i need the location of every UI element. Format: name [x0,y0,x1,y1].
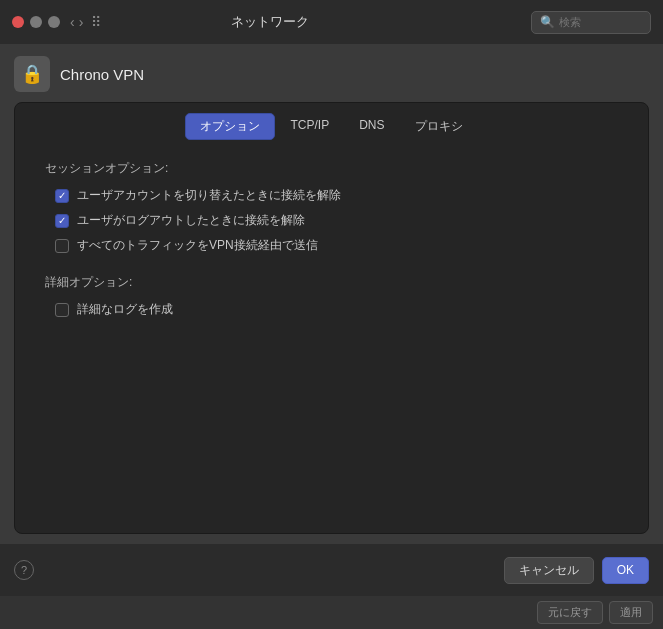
checkbox-row-0: ユーザアカウントを切り替えたときに接続を解除 [55,187,618,204]
search-icon: 🔍 [540,15,555,29]
session-options-group: セッションオプション: ユーザアカウントを切り替えたときに接続を解除 ユーザがロ… [45,160,618,254]
checkbox-row-1: ユーザがログアウトしたときに接続を解除 [55,212,618,229]
search-bar[interactable]: 🔍 検索 [531,11,651,34]
titlebar: ‹ › ⠿ ネットワーク 🔍 検索 [0,0,663,44]
checkbox-disconnect-on-switch[interactable] [55,189,69,203]
checkbox-label-1: ユーザがログアウトしたときに接続を解除 [77,212,305,229]
bottom-bar: ? キャンセル OK [0,544,663,596]
checkbox-verbose-log[interactable] [55,303,69,317]
checkbox-row-3: 詳細なログを作成 [55,301,618,318]
main-area: 🔒 Chrono VPN オプション TCP/IP DNS プロキシ セッション… [0,44,663,544]
checkbox-label-2: すべてのトラフィックをVPN接続経由で送信 [77,237,318,254]
tab-tcpip[interactable]: TCP/IP [275,113,344,140]
checkbox-send-all-traffic[interactable] [55,239,69,253]
help-button[interactable]: ? [14,560,34,580]
tab-proxy[interactable]: プロキシ [400,113,478,140]
session-options-label: セッションオプション: [45,160,618,177]
checkbox-label-0: ユーザアカウントを切り替えたときに接続を解除 [77,187,341,204]
ok-button[interactable]: OK [602,557,649,584]
tab-dns[interactable]: DNS [344,113,399,140]
checkbox-row-2: すべてのトラフィックをVPN接続経由で送信 [55,237,618,254]
panel-content: セッションオプション: ユーザアカウントを切り替えたときに接続を解除 ユーザがロ… [15,140,648,533]
checkbox-disconnect-on-logout[interactable] [55,214,69,228]
revert-button[interactable]: 元に戻す [537,601,603,624]
cancel-button[interactable]: キャンセル [504,557,594,584]
button-group: キャンセル OK [504,557,649,584]
tab-options[interactable]: オプション [185,113,275,140]
advanced-options-group: 詳細オプション: 詳細なログを作成 [45,274,618,318]
sub-bottom-bar: 元に戻す 適用 [0,596,663,629]
settings-panel: オプション TCP/IP DNS プロキシ セッションオプション: ユーザアカウ… [14,102,649,534]
apply-button[interactable]: 適用 [609,601,653,624]
tab-bar: オプション TCP/IP DNS プロキシ [15,103,648,140]
advanced-options-label: 詳細オプション: [45,274,618,291]
vpn-name: Chrono VPN [60,66,144,83]
vpn-lock-icon: 🔒 [14,56,50,92]
vpn-header: 🔒 Chrono VPN [14,56,649,92]
titlebar-title: ネットワーク [9,13,531,31]
search-placeholder: 検索 [559,15,581,30]
checkbox-label-3: 詳細なログを作成 [77,301,173,318]
